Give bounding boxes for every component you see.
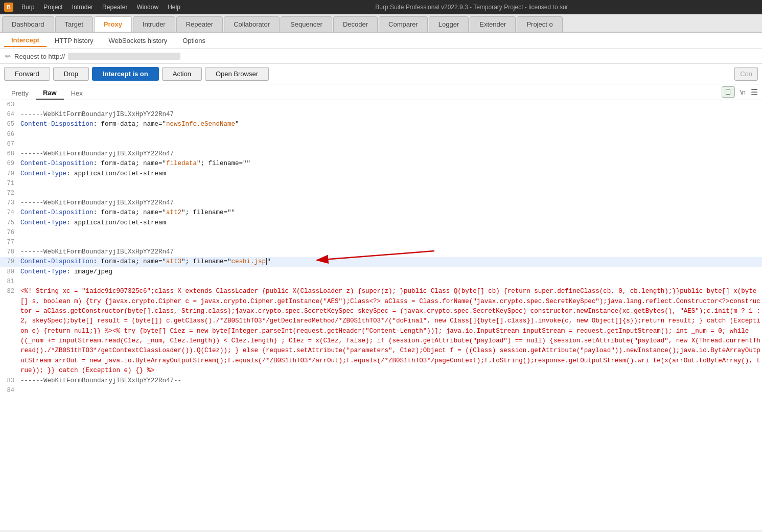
line-number: 67 [0, 140, 18, 149]
menu-help[interactable]: Help [164, 3, 184, 12]
url-prefix: Request to http:// [14, 53, 65, 60]
table-row: 65Content-Disposition: form-data; name="… [0, 120, 762, 129]
tab-intruder[interactable]: Intruder [133, 16, 175, 32]
menu-intruder[interactable]: Intruder [68, 3, 97, 12]
view-tab-pretty[interactable]: Pretty [4, 87, 36, 99]
line-number: 70 [0, 169, 18, 179]
url-blurred [68, 53, 180, 60]
tab-decoder[interactable]: Decoder [333, 16, 378, 32]
tab-sequencer[interactable]: Sequencer [281, 16, 332, 32]
line-number: 66 [0, 130, 18, 140]
line-number: 72 [0, 189, 18, 198]
action-bar: Forward Drop Intercept is on Action Open… [0, 64, 762, 84]
tab-logger[interactable]: Logger [429, 16, 469, 32]
tab-repeater[interactable]: Repeater [176, 16, 223, 32]
line-number: 74 [0, 208, 18, 218]
tab-proxy[interactable]: Proxy [94, 16, 132, 32]
table-row: 80Content-Type: image/jpeg [0, 267, 762, 277]
line-content: ------WebKitFormBoundaryjIBLXxHpYY22Rn47 [18, 149, 762, 159]
line-number: 71 [0, 179, 18, 189]
line-number: 69 [0, 159, 18, 169]
forward-button[interactable]: Forward [4, 67, 50, 81]
line-content: Content-Disposition: form-data; name="ne… [18, 120, 762, 129]
table-row: 75Content-Type: application/octet-stream [0, 218, 762, 228]
subtab-options[interactable]: Options [175, 35, 213, 47]
line-number: 76 [0, 228, 18, 238]
table-row: 82<%! String xc = "1a1dc91c907325c6";cla… [0, 287, 762, 376]
menu-icon[interactable]: ☰ [751, 87, 758, 97]
table-row: 64------WebKitFormBoundaryjIBLXxHpYY22Rn… [0, 110, 762, 120]
table-row: 77 [0, 238, 762, 247]
line-number: 64 [0, 110, 18, 120]
line-content: Content-Disposition: form-data; name="fi… [18, 159, 762, 169]
table-row: 73------WebKitFormBoundaryjIBLXxHpYY22Rn… [0, 198, 762, 208]
tab-extender[interactable]: Extender [470, 16, 516, 32]
table-row: 72 [0, 189, 762, 198]
menu-project[interactable]: Project [39, 3, 66, 12]
code-editor[interactable]: 6364------WebKitFormBoundaryjIBLXxHpYY22… [0, 100, 762, 530]
line-number: 73 [0, 198, 18, 208]
table-row: 74Content-Disposition: form-data; name="… [0, 208, 762, 218]
url-bar: ✏ Request to http:// [0, 49, 762, 64]
app-title: Burp Suite Professional v2022.9.3 - Temp… [186, 4, 758, 11]
line-content: Content-Type: image/jpeg [18, 267, 762, 277]
view-tab-hex[interactable]: Hex [64, 87, 90, 99]
line-number: 79 [0, 257, 18, 267]
table-row: 81 [0, 277, 762, 287]
edit-icon: ✏ [5, 52, 11, 60]
table-row: 63 [0, 100, 762, 110]
table-row: 66 [0, 130, 762, 140]
line-content: ------WebKitFormBoundaryjIBLXxHpYY22Rn47 [18, 247, 762, 257]
line-number: 81 [0, 277, 18, 287]
action-button[interactable]: Action [162, 67, 202, 81]
table-row: 71 [0, 179, 762, 189]
view-tab-raw[interactable]: Raw [36, 87, 64, 100]
line-number: 63 [0, 100, 18, 110]
line-number: 83 [0, 376, 18, 386]
drop-button[interactable]: Drop [53, 67, 89, 81]
table-row: 84 [0, 386, 762, 396]
line-number: 78 [0, 247, 18, 257]
table-row: 69Content-Disposition: form-data; name="… [0, 159, 762, 169]
menu-bar: B Burp Project Intruder Repeater Window … [0, 0, 762, 14]
view-toolbar-right: 🗒 \n ☰ [722, 86, 758, 100]
burp-logo: B [4, 3, 13, 12]
table-row: 70Content-Type: application/octet-stream [0, 169, 762, 179]
tab-target[interactable]: Target [55, 16, 93, 32]
line-content: ------WebKitFormBoundaryjIBLXxHpYY22Rn47… [18, 376, 762, 386]
subtab-intercept[interactable]: Intercept [4, 34, 47, 47]
line-content: Content-Disposition: form-data; name="at… [18, 208, 762, 218]
line-number: 77 [0, 238, 18, 247]
line-content: Content-Type: application/octet-stream [18, 218, 762, 228]
tab-collaborator[interactable]: Collaborator [224, 16, 280, 32]
view-tab-bar: Pretty Raw Hex 🗒 \n ☰ [0, 84, 762, 100]
line-content: <%! String xc = "1a1dc91c907325c6";class… [18, 287, 762, 376]
open-browser-button[interactable]: Open Browser [205, 67, 269, 81]
subtab-websockets-history[interactable]: WebSockets history [102, 35, 175, 47]
menu-window[interactable]: Window [132, 3, 163, 12]
line-number: 84 [0, 386, 18, 396]
line-number: 65 [0, 120, 18, 129]
con-button[interactable]: Con [734, 67, 758, 81]
table-row: 67 [0, 140, 762, 149]
table-row: 76 [0, 228, 762, 238]
tab-project-options[interactable]: Project o [517, 16, 562, 32]
line-number: 82 [0, 287, 18, 296]
tab-comparer[interactable]: Comparer [379, 16, 428, 32]
menu-repeater[interactable]: Repeater [98, 3, 131, 12]
tab-dashboard[interactable]: Dashboard [2, 16, 54, 32]
line-content: ------WebKitFormBoundaryjIBLXxHpYY22Rn47 [18, 198, 762, 208]
table-row: 78------WebKitFormBoundaryjIBLXxHpYY22Rn… [0, 247, 762, 257]
table-row: 79Content-Disposition: form-data; name="… [0, 257, 762, 267]
intercept-toggle-button[interactable]: Intercept is on [92, 67, 159, 81]
clipboard-icon[interactable]: 🗒 [722, 86, 735, 98]
main-tab-bar: Dashboard Target Proxy Intruder Repeater… [0, 14, 762, 33]
line-content: Content-Disposition: form-data; name="at… [18, 257, 762, 267]
line-number: 75 [0, 218, 18, 228]
menu-burp[interactable]: Burp [17, 3, 38, 12]
subtab-http-history[interactable]: HTTP history [48, 35, 101, 47]
line-content: Content-Type: application/octet-stream [18, 169, 762, 179]
table-row: 68------WebKitFormBoundaryjIBLXxHpYY22Rn… [0, 149, 762, 159]
newline-icon[interactable]: \n [740, 88, 746, 96]
line-number: 80 [0, 267, 18, 277]
